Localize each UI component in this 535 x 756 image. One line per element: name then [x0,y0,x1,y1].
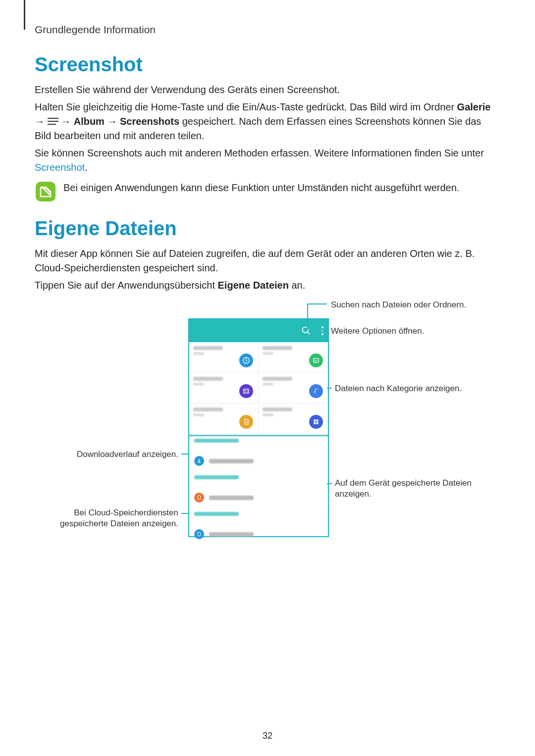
device-icon [194,493,204,503]
heading-eigene-dateien: Eigene Dateien [35,217,500,240]
item-device-storage[interactable] [189,487,328,508]
figure-my-files: Suchen nach Dateien oder Ordnern. Weiter… [35,307,500,545]
heading-screenshot: Screenshot [35,53,500,76]
downloaded-icon [309,415,323,429]
svg-rect-0 [36,182,55,202]
text-line: gespeicherte Dateien anzeigen. [60,519,178,528]
cat-downloaded[interactable] [259,403,328,434]
documents-icon [239,415,253,429]
callout-device: Auf dem Gerät gespeicherte Dateien anzei… [335,478,472,500]
audio-icon [309,384,323,398]
section-download-history [189,435,328,451]
page-header: Grundlegende Information [35,24,500,36]
svg-rect-9 [244,389,249,393]
cat-images[interactable] [259,342,328,373]
svg-rect-10 [314,419,316,421]
link-screenshot[interactable]: Screenshot [35,162,85,173]
svg-point-5 [321,333,323,335]
note-row: Bei einigen Anwendungen kann diese Funkt… [35,181,500,202]
text-fragment: . [85,162,88,173]
menu-icon [48,118,58,126]
text-screenshot-path: Halten Sie gleichzeitig die Home-Taste u… [35,100,500,143]
cat-recent[interactable] [189,342,259,373]
text-fragment: an. [289,280,305,291]
note-icon [35,181,56,202]
phone-mock [188,318,329,537]
text-fragment: Tippen Sie auf der Anwendungsübersicht [35,280,218,291]
callout-cloud: Bei Cloud-Speicherdiensten gespeicherte … [35,507,178,529]
item-download-history[interactable] [189,451,328,471]
svg-point-15 [199,499,200,500]
text-line: anzeigen. [335,489,372,499]
arrow: → [35,116,48,127]
callout-category: Dateien nach Kategorie anzeigen. [335,383,462,394]
section-cloud-storage [189,508,328,524]
text-screenshot-intro: Erstellen Sie während der Verwendung des… [35,83,500,97]
cloud-icon [194,529,204,539]
svg-rect-12 [314,422,316,424]
images-icon [309,353,323,367]
page-number: 32 [0,731,535,741]
videos-icon [239,384,253,398]
svg-line-2 [308,332,310,335]
text-line: Auf dem Gerät gespeicherte Dateien [335,478,472,488]
svg-point-3 [321,326,323,328]
bold-album: Album [74,116,105,127]
text-screenshot-moreinfo: Sie können Screenshots auch mit anderen … [35,146,500,175]
text-fragment: Halten Sie gleichzeitig die Home-Taste u… [35,101,457,112]
cat-documents[interactable] [189,403,259,434]
bold-galerie: Galerie [457,101,491,112]
text-files-open: Tippen Sie auf der Anwendungsübersicht E… [35,278,500,293]
recent-icon [239,353,253,367]
svg-rect-11 [317,419,319,421]
cat-audio[interactable] [259,373,328,403]
item-cloud-storage[interactable] [189,524,328,545]
download-icon [194,456,204,466]
bold-screenshots: Screenshots [120,116,179,127]
text-line: Bei Cloud-Speicherdiensten [74,508,178,517]
category-grid [189,342,328,435]
text-fragment: Sie können Screenshots auch mit anderen … [35,148,484,158]
text-files-intro: Mit dieser App können Sie auf Dateien zu… [35,247,500,275]
cat-videos[interactable] [189,373,259,403]
svg-rect-16 [198,533,201,536]
svg-rect-13 [317,422,319,424]
callout-search: Suchen nach Dateien oder Ordnern. [331,300,466,310]
note-text: Bei einigen Anwendungen kann diese Funkt… [63,181,459,195]
arrow: → [105,116,120,127]
arrow: → [58,116,74,127]
callout-more: Weitere Optionen öffnen. [331,326,424,337]
section-local-storage [189,471,328,487]
search-icon[interactable] [301,326,311,336]
callout-downloads: Downloadverlauf anzeigen. [35,449,178,460]
bold-eigene-dateien: Eigene Dateien [218,280,289,291]
